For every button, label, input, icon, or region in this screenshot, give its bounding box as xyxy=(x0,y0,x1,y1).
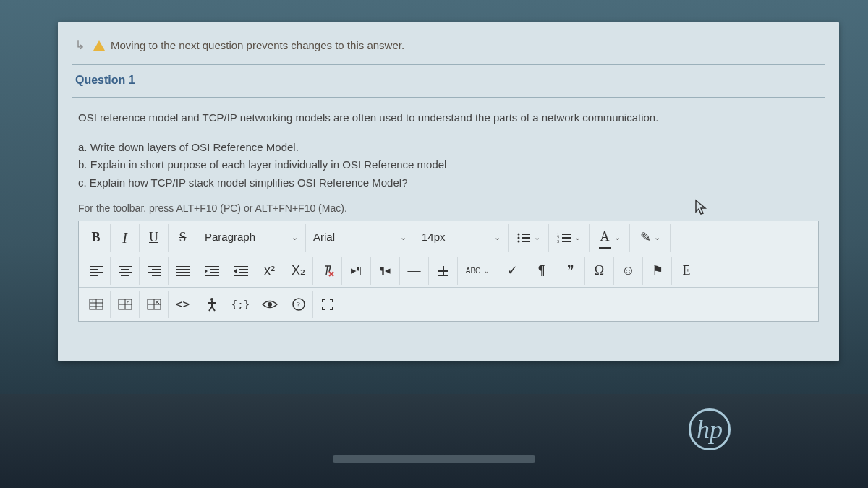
preview-button[interactable] xyxy=(255,291,284,318)
italic-button[interactable]: I xyxy=(111,224,140,252)
editor-toolbar: B I U S Paragraph ⌄ Arial ⌄ 14px ⌄ xyxy=(78,221,819,322)
svg-rect-24 xyxy=(176,266,190,267)
paragraph-format-label: Paragraph xyxy=(205,229,255,246)
horizontal-rule-button[interactable]: — xyxy=(400,257,429,285)
hp-logo-icon: hp xyxy=(689,408,731,450)
svg-rect-1 xyxy=(522,234,530,235)
svg-rect-31 xyxy=(205,275,219,276)
question-body: OSI reference model and TCP/IP networkin… xyxy=(72,98,825,330)
svg-rect-11 xyxy=(562,241,571,242)
question-intro: OSI reference model and TCP/IP networkin… xyxy=(78,110,819,127)
svg-rect-7 xyxy=(562,234,571,235)
font-size-label: 14px xyxy=(422,229,446,246)
svg-rect-38 xyxy=(438,275,448,276)
svg-text:+: + xyxy=(91,299,93,303)
ltr-button[interactable]: ▸¶ xyxy=(342,257,371,285)
nav-arrow-icon: ↳ xyxy=(75,38,85,52)
checkmark-button[interactable]: ✓ xyxy=(498,257,527,285)
svg-rect-23 xyxy=(152,275,161,276)
svg-rect-14 xyxy=(90,272,103,273)
question-header: Question 1 xyxy=(72,65,825,98)
question-part-b: b. Explain in short purpose of each laye… xyxy=(78,157,819,174)
chevron-down-icon: ⌄ xyxy=(400,231,407,244)
insert-line-button[interactable] xyxy=(429,257,458,285)
svg-point-0 xyxy=(518,233,520,235)
insert-table-button[interactable]: + xyxy=(82,291,111,318)
table-remove-button[interactable] xyxy=(140,291,169,318)
svg-rect-19 xyxy=(121,275,129,276)
toolbar-row-1: B I U S Paragraph ⌄ Arial ⌄ 14px ⌄ xyxy=(79,221,818,254)
svg-rect-37 xyxy=(438,270,448,272)
accessibility-button[interactable] xyxy=(197,291,226,318)
table-add-button[interactable]: + xyxy=(111,291,140,318)
bookmark-button[interactable]: ⚑ xyxy=(643,257,672,285)
warning-triangle-icon xyxy=(93,40,105,51)
svg-rect-34 xyxy=(239,272,248,273)
svg-rect-30 xyxy=(210,272,219,273)
chevron-down-icon: ⌄ xyxy=(534,231,540,244)
bullet-list-button[interactable]: ⌄ xyxy=(509,224,549,252)
svg-text:3: 3 xyxy=(557,239,559,244)
svg-rect-12 xyxy=(90,266,103,267)
special-char-button[interactable]: Ω xyxy=(585,257,614,285)
fullscreen-button[interactable] xyxy=(313,291,342,318)
svg-rect-20 xyxy=(148,266,161,267)
svg-rect-15 xyxy=(90,275,98,276)
svg-point-2 xyxy=(518,236,520,239)
anchor-button[interactable]: {;} xyxy=(226,291,255,318)
indent-decrease-button[interactable] xyxy=(226,257,255,285)
warning-text: Moving to the next question prevents cha… xyxy=(111,39,404,51)
align-justify-button[interactable] xyxy=(169,257,197,285)
svg-rect-5 xyxy=(522,241,530,242)
spellcheck-button[interactable]: ABC ⌄ xyxy=(458,257,498,285)
chevron-down-icon: ⌄ xyxy=(614,231,621,244)
superscript-button[interactable]: x² xyxy=(255,257,284,285)
svg-rect-32 xyxy=(234,266,248,267)
emoji-button[interactable]: ☺ xyxy=(614,257,643,285)
font-color-button[interactable]: A ⌄ xyxy=(590,224,630,252)
bold-button[interactable]: B xyxy=(82,224,111,252)
toolbar-row-2: x² X₂ ▸¶ ¶◂ — ABC ⌄ ✓ xyxy=(79,254,818,288)
svg-rect-25 xyxy=(176,269,190,270)
svg-rect-21 xyxy=(152,269,161,270)
laptop-bezel: hp xyxy=(0,394,868,488)
question-part-c: c. Explain how TCP/IP stack model simpli… xyxy=(78,175,819,192)
svg-rect-3 xyxy=(522,237,530,239)
highlight-color-button[interactable]: ✎ ⌄ xyxy=(630,224,671,252)
help-button[interactable]: ? xyxy=(284,291,313,318)
font-size-select[interactable]: 14px ⌄ xyxy=(414,224,509,252)
toolbar-row-3: + + <> {;} ? xyxy=(79,288,818,321)
question-panel: ↳ Moving to the next question prevents c… xyxy=(58,22,839,361)
paragraph-format-select[interactable]: Paragraph ⌄ xyxy=(197,224,306,252)
svg-rect-22 xyxy=(148,272,161,273)
blockquote-button[interactable]: ❞ xyxy=(556,257,585,285)
chevron-down-icon: ⌄ xyxy=(654,231,660,244)
code-view-button[interactable]: <> xyxy=(169,291,197,318)
strikethrough-button[interactable]: S xyxy=(169,224,197,252)
svg-rect-17 xyxy=(121,269,129,270)
svg-rect-29 xyxy=(210,269,219,270)
font-family-label: Arial xyxy=(313,229,335,246)
align-right-button[interactable] xyxy=(140,257,169,285)
svg-line-55 xyxy=(212,307,215,311)
pilcrow-button[interactable]: ¶ xyxy=(527,257,556,285)
more-button[interactable]: E xyxy=(672,257,701,285)
chevron-down-icon: ⌄ xyxy=(494,231,501,244)
rtl-button[interactable]: ¶◂ xyxy=(371,257,400,285)
svg-point-51 xyxy=(210,298,213,301)
align-left-button[interactable] xyxy=(82,257,111,285)
align-center-button[interactable] xyxy=(111,257,140,285)
subscript-button[interactable]: X₂ xyxy=(284,257,313,285)
numbered-list-button[interactable]: 123 ⌄ xyxy=(549,224,590,252)
svg-rect-33 xyxy=(239,269,248,270)
indent-increase-button[interactable] xyxy=(197,257,226,285)
svg-rect-28 xyxy=(205,266,219,267)
svg-point-4 xyxy=(518,240,520,242)
svg-text:?: ? xyxy=(297,300,300,309)
question-parts: a. Write down layers of OSI Reference Mo… xyxy=(78,140,819,192)
clear-formatting-button[interactable] xyxy=(313,257,342,285)
svg-text:+: + xyxy=(127,300,129,304)
underline-button[interactable]: U xyxy=(140,224,169,252)
font-family-select[interactable]: Arial ⌄ xyxy=(306,224,414,252)
chevron-down-icon: ⌄ xyxy=(292,231,298,244)
